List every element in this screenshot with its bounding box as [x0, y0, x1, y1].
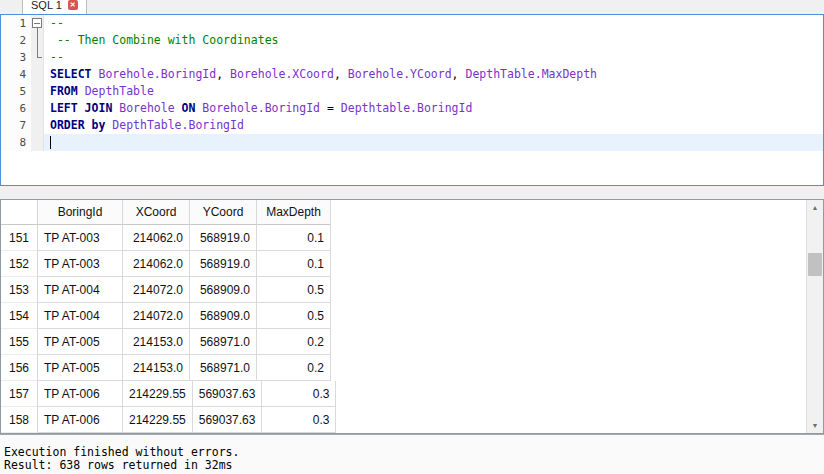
results-cell[interactable]: TP AT-005 — [38, 355, 123, 381]
table-row: 153TP AT-004214072.0568909.00.5 — [1, 277, 806, 303]
results-cell[interactable]: 0.5 — [257, 277, 331, 303]
results-cell[interactable]: 0.5 — [257, 303, 331, 329]
grid-corner[interactable] — [1, 200, 38, 225]
table-row: 155TP AT-005214153.0568971.00.2 — [1, 329, 806, 355]
results-cell[interactable]: TP AT-004 — [38, 277, 123, 303]
fold-margin — [31, 134, 44, 151]
row-header[interactable]: 158 — [1, 407, 38, 433]
token-keyword: LEFT JOIN — [50, 101, 119, 115]
fold-margin — [31, 100, 44, 117]
editor-line-6[interactable]: 6LEFT JOIN Borehole ON Borehole.BoringId… — [1, 100, 823, 117]
row-header[interactable]: 152 — [1, 251, 38, 277]
tab-sql-1[interactable]: SQL 1 ✕ — [22, 0, 87, 14]
sql-editor[interactable]: 1--2 -- Then Combine with Coordinates3--… — [0, 14, 824, 186]
row-header[interactable]: 151 — [1, 225, 38, 251]
line-number[interactable]: 4 — [1, 66, 31, 83]
token-plain: = — [320, 101, 341, 115]
results-cell[interactable]: 214229.55 — [123, 381, 193, 407]
code-text[interactable]: -- — [44, 15, 823, 32]
table-row: 151TP AT-003214062.0568919.00.1 — [1, 225, 806, 251]
editor-line-7[interactable]: 7ORDER by DepthTable.BoringId — [1, 117, 823, 134]
column-header-ycoord[interactable]: YCoord — [190, 200, 257, 225]
token-comment: -- Then Combine with Coordinates — [50, 33, 278, 47]
editor-line-1[interactable]: 1-- — [1, 15, 823, 32]
tab-label: SQL 1 — [31, 0, 62, 11]
line-number[interactable]: 5 — [1, 83, 31, 100]
results-cell[interactable]: 0.1 — [257, 225, 331, 251]
results-cell[interactable]: 0.1 — [257, 251, 331, 277]
fold-marker-open-icon[interactable] — [31, 15, 44, 32]
results-cell[interactable]: 0.3 — [262, 381, 336, 407]
token-comment: -- — [50, 50, 64, 64]
results-cell[interactable]: 569037.63 — [193, 381, 263, 407]
results-cell[interactable]: 214062.0 — [123, 225, 190, 251]
results-cell[interactable]: 214153.0 — [123, 329, 190, 355]
line-number[interactable]: 1 — [1, 15, 31, 32]
status-bar: Execution finished without errors. Resul… — [0, 434, 824, 474]
results-cell[interactable]: TP AT-004 — [38, 303, 123, 329]
table-row: 154TP AT-004214072.0568909.00.5 — [1, 303, 806, 329]
row-header[interactable]: 157 — [1, 381, 38, 407]
code-text[interactable]: FROM DepthTable — [44, 83, 823, 100]
scroll-down-icon[interactable]: ▼ — [807, 418, 823, 433]
column-header-maxdepth[interactable]: MaxDepth — [257, 200, 331, 225]
results-cell[interactable]: 568919.0 — [190, 251, 257, 277]
results-cell[interactable]: 568971.0 — [190, 329, 257, 355]
editor-line-2[interactable]: 2 -- Then Combine with Coordinates — [1, 32, 823, 49]
vertical-scrollbar[interactable]: ▲ ▼ — [806, 200, 823, 433]
results-cell[interactable]: TP AT-005 — [38, 329, 123, 355]
pane-splitter[interactable] — [0, 186, 824, 199]
status-line-2: Result: 638 rows returned in 32ms — [4, 459, 820, 472]
editor-line-5[interactable]: 5FROM DepthTable — [1, 83, 823, 100]
fold-margin — [31, 66, 44, 83]
column-header-xcoord[interactable]: XCoord — [123, 200, 190, 225]
row-header[interactable]: 153 — [1, 277, 38, 303]
scroll-up-icon[interactable]: ▲ — [807, 200, 823, 215]
table-row: 157TP AT-006214229.55569037.630.3 — [1, 381, 806, 407]
editor-line-8[interactable]: 8 — [1, 134, 823, 151]
results-pane: BoringIdXCoordYCoordMaxDepth151TP AT-003… — [0, 199, 824, 434]
results-cell[interactable]: 568919.0 — [190, 225, 257, 251]
line-number[interactable]: 8 — [1, 134, 31, 151]
results-cell[interactable]: 214072.0 — [123, 277, 190, 303]
editor-line-3[interactable]: 3-- — [1, 49, 823, 66]
results-cell[interactable]: TP AT-006 — [38, 407, 123, 433]
token-keyword: ON — [182, 101, 203, 115]
results-cell[interactable]: 568971.0 — [190, 355, 257, 381]
row-header[interactable]: 155 — [1, 329, 38, 355]
results-cell[interactable]: 569037.63 — [193, 407, 263, 433]
code-text[interactable]: LEFT JOIN Borehole ON Borehole.BoringId … — [44, 100, 823, 117]
results-cell[interactable]: 214153.0 — [123, 355, 190, 381]
code-text[interactable]: SELECT Borehole.BoringId, Borehole.XCoor… — [44, 66, 823, 83]
results-cell[interactable]: 0.2 — [257, 329, 331, 355]
code-text[interactable]: -- Then Combine with Coordinates — [44, 32, 823, 49]
results-cell[interactable]: 214229.55 — [123, 407, 193, 433]
column-header-boringid[interactable]: BoringId — [38, 200, 123, 225]
editor-line-4[interactable]: 4SELECT Borehole.BoringId, Borehole.XCoo… — [1, 66, 823, 83]
row-header[interactable]: 154 — [1, 303, 38, 329]
line-number[interactable]: 7 — [1, 117, 31, 134]
results-cell[interactable]: 214062.0 — [123, 251, 190, 277]
results-cell[interactable]: 0.2 — [257, 355, 331, 381]
results-cell[interactable]: TP AT-006 — [38, 381, 123, 407]
row-header[interactable]: 156 — [1, 355, 38, 381]
fold-tick — [37, 57, 42, 58]
token-keyword: SELECT — [50, 67, 98, 81]
line-number[interactable]: 2 — [1, 32, 31, 49]
code-text[interactable]: ORDER by DepthTable.BoringId — [44, 117, 823, 134]
results-cell[interactable]: 214072.0 — [123, 303, 190, 329]
line-number[interactable]: 6 — [1, 100, 31, 117]
code-text[interactable] — [44, 134, 823, 151]
line-number[interactable]: 3 — [1, 49, 31, 66]
fold-minus — [34, 23, 40, 24]
token-keyword: FROM — [50, 84, 85, 98]
tab-close-icon[interactable]: ✕ — [68, 0, 78, 10]
scroll-thumb[interactable] — [808, 253, 822, 276]
code-text[interactable]: -- — [44, 49, 823, 66]
results-cell[interactable]: TP AT-003 — [38, 251, 123, 277]
fold-marker-line-icon — [31, 32, 44, 49]
results-cell[interactable]: 0.3 — [262, 407, 336, 433]
results-cell[interactable]: TP AT-003 — [38, 225, 123, 251]
results-cell[interactable]: 568909.0 — [190, 277, 257, 303]
results-cell[interactable]: 568909.0 — [190, 303, 257, 329]
